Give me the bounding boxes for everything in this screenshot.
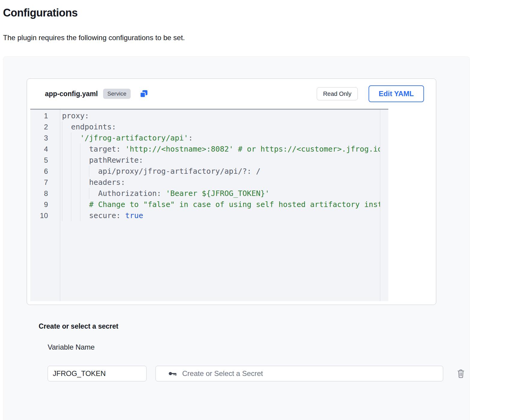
code-token: true — [125, 211, 143, 220]
code-token: # Change to "false" in case of using sel… — [89, 200, 380, 209]
line-number: 8 — [30, 188, 60, 199]
indent-guide — [89, 166, 98, 177]
code-token: target: — [89, 145, 120, 153]
code-token — [121, 211, 125, 220]
code-line: # Change to "false" in case of using sel… — [62, 199, 380, 210]
code-line: secure: true — [62, 210, 380, 221]
code-token: 'http://<hostname>:8082' — [125, 145, 233, 153]
code-token: 'Bearer ${JFROG_TOKEN}' — [166, 189, 269, 198]
indent-guide — [80, 166, 89, 177]
indent-guide — [62, 188, 71, 199]
line-number: 7 — [30, 177, 60, 188]
code-token: : — [188, 134, 193, 142]
code-line: proxy: — [62, 110, 380, 121]
code-token: pathRewrite: — [89, 156, 143, 164]
code-token: '/jfrog-artifactory/api' — [80, 134, 188, 142]
indent-guide — [71, 166, 80, 177]
editor-gutter: 12345678910 — [30, 110, 60, 301]
editor-scrollbar[interactable] — [380, 110, 388, 301]
indent-guide — [80, 155, 89, 166]
line-number: 10 — [30, 210, 60, 221]
line-number: 2 — [30, 121, 60, 132]
indent-guide — [89, 188, 98, 199]
service-badge: Service — [103, 89, 130, 99]
indent-guide — [62, 166, 71, 177]
line-number: 4 — [30, 143, 60, 155]
code-token: api/proxy/jfrog-artifactory/api/?: — [98, 167, 251, 176]
configurations-panel: app-config.yaml Service Read Only Edit Y… — [3, 56, 470, 420]
indent-guide — [71, 155, 80, 166]
indent-guide — [71, 132, 80, 143]
key-icon — [168, 369, 177, 378]
indent-guide — [62, 121, 71, 132]
indent-guide — [71, 143, 80, 155]
code-token: / — [256, 167, 260, 176]
code-token: Authorization: — [98, 189, 161, 198]
line-number: 6 — [30, 166, 60, 177]
secret-select-placeholder: Create or Select a Secret — [182, 369, 263, 378]
code-line: headers: — [62, 177, 380, 188]
code-token — [233, 145, 238, 153]
code-token: endpoints: — [71, 123, 116, 131]
code-line: endpoints: — [62, 121, 380, 132]
code-token: proxy: — [62, 111, 89, 120]
line-number: 3 — [30, 132, 60, 143]
secret-row: Create or Select a Secret — [48, 366, 470, 381]
indent-guide — [80, 177, 89, 188]
trash-icon[interactable] — [456, 369, 465, 378]
code-token — [121, 145, 125, 153]
indent-guide — [71, 177, 80, 188]
indent-guide — [62, 199, 71, 210]
code-token: # or https://<customer>.jfrog.io — [238, 145, 380, 153]
code-line: target: 'http://<hostname>:8082' # or ht… — [62, 143, 380, 155]
indent-guide — [80, 188, 89, 199]
indent-guide — [62, 177, 71, 188]
secret-section-heading: Create or select a secret — [39, 322, 470, 330]
indent-guide — [80, 199, 89, 210]
code-token — [161, 189, 166, 198]
secret-select[interactable]: Create or Select a Secret — [156, 366, 443, 381]
indent-guide — [62, 210, 71, 221]
indent-guide — [62, 155, 71, 166]
indent-guide — [71, 199, 80, 210]
indent-guide — [80, 210, 89, 221]
variable-name-input[interactable] — [48, 366, 147, 381]
indent-guide — [71, 188, 80, 199]
variable-name-label: Variable Name — [48, 343, 470, 351]
page-subtitle: The plugin requires the following config… — [3, 34, 507, 42]
page-title: Configurations — [3, 7, 507, 19]
code-token: headers: — [89, 178, 125, 187]
code-line: api/proxy/jfrog-artifactory/api/?: / — [62, 166, 380, 177]
code-line: pathRewrite: — [62, 155, 380, 166]
editor-header: app-config.yaml Service Read Only Edit Y… — [27, 79, 436, 109]
configurations-page: Configurations The plugin requires the f… — [0, 7, 507, 420]
line-number: 5 — [30, 155, 60, 166]
indent-guide — [62, 143, 71, 155]
yaml-editor-card: app-config.yaml Service Read Only Edit Y… — [27, 78, 436, 305]
indent-guide — [71, 210, 80, 221]
code-line: Authorization: 'Bearer ${JFROG_TOKEN}' — [62, 188, 380, 199]
line-number: 1 — [30, 110, 60, 121]
indent-guide — [62, 132, 71, 143]
read-only-button[interactable]: Read Only — [317, 87, 358, 100]
code-line: '/jfrog-artifactory/api': — [62, 132, 380, 143]
indent-guide — [80, 143, 89, 155]
yaml-code-editor[interactable]: 12345678910 proxy:endpoints:'/jfrog-arti… — [30, 109, 388, 301]
editor-code: proxy:endpoints:'/jfrog-artifactory/api'… — [60, 110, 380, 301]
copy-icon[interactable] — [139, 89, 149, 99]
config-filename: app-config.yaml — [45, 90, 98, 98]
code-token — [251, 167, 256, 176]
line-number: 9 — [30, 199, 60, 210]
code-token: secure: — [89, 211, 120, 220]
edit-yaml-button[interactable]: Edit YAML — [369, 85, 424, 102]
